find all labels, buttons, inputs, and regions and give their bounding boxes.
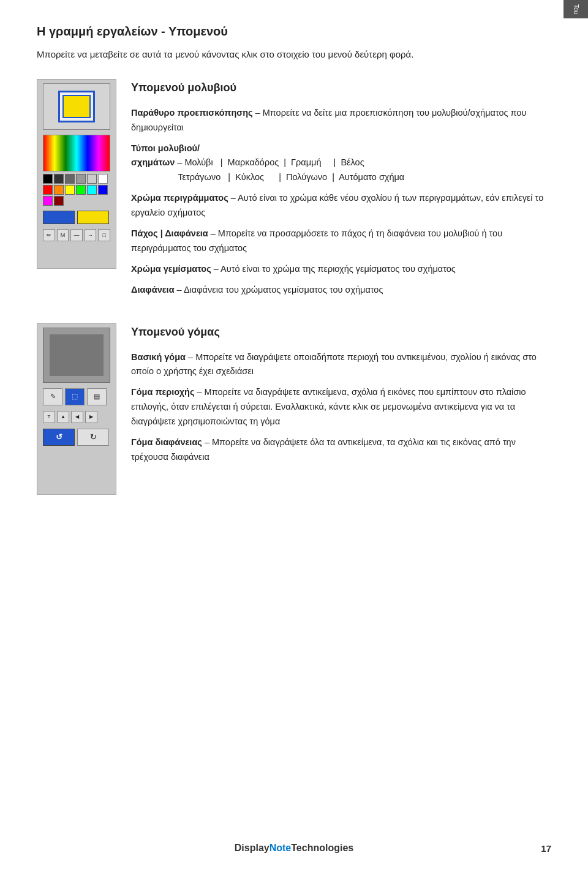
footer-brand-rest: Technologies bbox=[291, 843, 353, 854]
swatch-lightgray bbox=[87, 174, 97, 184]
pencil-preview-inner bbox=[58, 91, 95, 122]
toolbar-pencil-icon: ✏ bbox=[43, 229, 55, 241]
eraser-submenu-text: Υπομενού γόμας Βασική γόμα – Μπορείτε να… bbox=[131, 323, 551, 495]
pencil-dash-4: – bbox=[211, 228, 218, 238]
eraser-submenu-section: ✎ ⬚ ▤ T ▲ ◀ ▶ ↺ ↻ bbox=[37, 323, 551, 495]
swatch-cyan bbox=[87, 185, 97, 195]
selected-color-border bbox=[43, 211, 75, 224]
top-right-tag: Tou bbox=[564, 0, 588, 18]
eraser-icon-3: ◀ bbox=[71, 411, 83, 423]
selected-colors-row bbox=[43, 211, 110, 224]
eraser-dash-3: – bbox=[205, 437, 212, 447]
eraser-icon-row-1: T ▲ ◀ ▶ bbox=[43, 411, 110, 423]
pencil-desc-6: Διαφάνεια του χρώματος γεμίσματος του σχ… bbox=[184, 285, 383, 295]
pencil-item-5: Χρώμα γεμίσματος – Αυτό είναι το χρώμα τ… bbox=[131, 262, 551, 277]
pencil-item-6: Διαφάνεια – Διαφάνεια του χρώματος γεμίσ… bbox=[131, 283, 551, 298]
pencil-item-3: Χρώμα περιγράμματος – Αυτό είναι το χρώμ… bbox=[131, 191, 551, 220]
eraser-preview-box bbox=[43, 328, 110, 383]
pencil-submenu-section: ✏ M — → □ Υπομενού μολυβιού Παράθυρο προ… bbox=[37, 79, 551, 304]
eraser-submenu-heading-label: Υπομενού γόμας bbox=[131, 326, 220, 338]
eraser-btn-basic: ✎ bbox=[43, 388, 62, 405]
eraser-gray-btn: ↻ bbox=[77, 429, 109, 446]
pencil-preview-box bbox=[43, 83, 110, 130]
pencil-desc-5: Αυτό είναι το χρώμα της περιοχής γεμίσμα… bbox=[221, 264, 456, 274]
selected-color-fill bbox=[77, 211, 109, 224]
swatch-gray bbox=[65, 174, 75, 184]
pencil-term-4: Πάχος | Διαφάνεια bbox=[131, 228, 208, 238]
eraser-preview-inner bbox=[50, 334, 104, 376]
footer-brand-blue: Note bbox=[270, 843, 292, 854]
swatch-lime bbox=[76, 185, 86, 195]
eraser-btn-area: ⬚ bbox=[65, 388, 85, 405]
color-gradient-bar bbox=[43, 135, 110, 171]
page-container: Tou Η γραμμή εργαλείων - Υπομενού Μπορεί… bbox=[0, 0, 588, 563]
eraser-buttons-row: ✎ ⬚ ▤ bbox=[43, 388, 110, 405]
eraser-icon-1: T bbox=[43, 411, 55, 423]
swatch-orange bbox=[54, 185, 64, 195]
pencil-dash-6: – bbox=[177, 285, 184, 295]
eraser-toolbar-image: ✎ ⬚ ▤ T ▲ ◀ ▶ ↺ ↻ bbox=[37, 323, 116, 495]
pencil-heading: Υπομενού μολυβιού bbox=[131, 79, 551, 97]
swatch-magenta bbox=[43, 196, 53, 206]
eraser-dash-1: – bbox=[188, 352, 195, 362]
pencil-toolbar-widget: ✏ M — → □ bbox=[37, 79, 116, 269]
eraser-item-3: Γόμα διαφάνειας – Μπορείτε να διαγράψετε… bbox=[131, 435, 551, 465]
swatch-black bbox=[43, 174, 53, 184]
pencil-item-4: Πάχος | Διαφάνεια – Μπορείτε να προσαρμό… bbox=[131, 227, 551, 256]
eraser-bottom-row: ↺ ↻ bbox=[43, 429, 110, 446]
toolbar-line-icon: — bbox=[70, 229, 83, 241]
eraser-icon-2: ▲ bbox=[57, 411, 69, 423]
swatch-darkgray bbox=[54, 174, 64, 184]
main-heading: Η γραμμή εργαλείων - Υπομενού bbox=[37, 24, 551, 39]
eraser-term-2: Γόμα περιοχής bbox=[131, 387, 194, 397]
swatch-darkred bbox=[54, 196, 64, 206]
swatch-red bbox=[43, 185, 53, 195]
swatch-blue bbox=[98, 185, 108, 195]
pencil-item-1: Παράθυρο προεπισκόπησης – Μπορείτε να δε… bbox=[131, 106, 551, 135]
eraser-item-2: Γόμα περιοχής – Μπορείτε να διαγράψετε α… bbox=[131, 385, 551, 429]
top-right-label: Tou bbox=[573, 4, 579, 14]
eraser-heading: Υπομενού γόμας bbox=[131, 323, 551, 342]
eraser-icon-4: ▶ bbox=[85, 411, 97, 423]
toolbar-icons-row: ✏ M — → □ bbox=[43, 229, 110, 241]
pencil-term-1: Παράθυρο προεπισκόπησης bbox=[131, 108, 253, 118]
eraser-item-1: Βασική γόμα – Μπορείτε να διαγράψετε οπο… bbox=[131, 350, 551, 380]
footer: Display Note Technologies 17 bbox=[0, 843, 588, 854]
color-swatches bbox=[43, 174, 110, 206]
toolbar-marker-icon: M bbox=[57, 229, 69, 241]
pencil-submenu-text: Υπομενού μολυβιού Παράθυρο προεπισκόπηση… bbox=[131, 79, 551, 304]
toolbar-rect-icon: □ bbox=[98, 229, 110, 241]
swatch-white bbox=[98, 174, 108, 184]
eraser-icon-rows: T ▲ ◀ ▶ bbox=[43, 411, 110, 423]
pencil-toolbar-image: ✏ M — → □ bbox=[37, 79, 116, 304]
pencil-submenu-heading-label: Υπομενού μολυβιού bbox=[131, 81, 236, 94]
intro-text: Μπορείτε να μεταβείτε σε αυτά τα μενού κ… bbox=[37, 47, 551, 62]
pencil-term-5: Χρώμα γεμίσματος bbox=[131, 264, 211, 274]
pencil-dash-5: – bbox=[214, 264, 221, 274]
eraser-term-1: Βασική γόμα bbox=[131, 352, 186, 362]
footer-page-number: 17 bbox=[541, 843, 551, 854]
pencil-dash-1: – bbox=[255, 108, 263, 118]
eraser-blue-btn: ↺ bbox=[43, 429, 75, 446]
eraser-dash-2: – bbox=[197, 387, 204, 397]
pencil-dash-2: – bbox=[177, 157, 184, 167]
eraser-term-3: Γόμα διαφάνειας bbox=[131, 437, 202, 447]
pencil-term-3: Χρώμα περιγράμματος bbox=[131, 193, 228, 203]
pencil-item-2: Τύποι μολυβιού/σχημάτων – Μολύβι | Μαρκα… bbox=[131, 141, 551, 186]
pencil-dash-3: – bbox=[231, 193, 238, 203]
pencil-term-6: Διαφάνεια bbox=[131, 285, 175, 295]
footer-brand-black: Display bbox=[235, 843, 270, 854]
eraser-toolbar-widget: ✎ ⬚ ▤ T ▲ ◀ ▶ ↺ ↻ bbox=[37, 323, 116, 495]
swatch-silver bbox=[76, 174, 86, 184]
toolbar-arrow-icon: → bbox=[85, 229, 97, 241]
swatch-yellow bbox=[65, 185, 75, 195]
eraser-btn-slide: ▤ bbox=[87, 388, 107, 405]
